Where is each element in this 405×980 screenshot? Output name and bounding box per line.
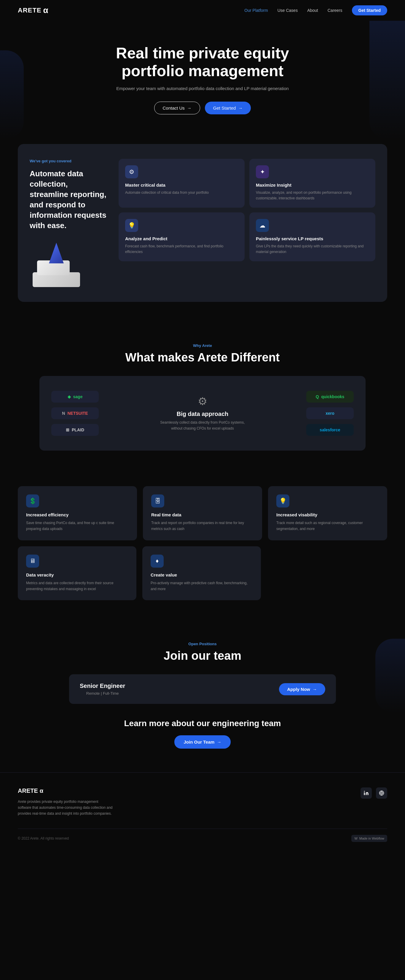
footer: ARETE α Arete provides private equity po… <box>0 772 405 851</box>
footer-logo: ARETE α <box>18 788 113 794</box>
hero-subtitle: Empower your team with automated portfol… <box>18 86 387 91</box>
features-heading: Automate data collection, streamline rep… <box>30 169 107 231</box>
nav-links: Our Platform Use Cases About Careers Get… <box>244 5 387 15</box>
logo: ARETE α <box>18 6 49 15</box>
footer-bottom: © 2022 Arete. All rights reserved W Made… <box>18 829 387 842</box>
feature-title-2: Analyze and Predict <box>125 236 238 241</box>
pyramid-illustration <box>30 240 83 287</box>
globe-icon[interactable] <box>376 788 387 799</box>
join-team-button[interactable]: Join Our Team → <box>174 735 231 749</box>
job-title: Senior Engineer <box>80 682 125 689</box>
quickbooks-icon: Q <box>316 394 319 399</box>
footer-logo-text: ARETE <box>18 788 38 794</box>
get-started-button[interactable]: Get Started → <box>205 102 251 115</box>
benefit-title-2: Increased visability <box>276 512 379 517</box>
feature-desc-3: Give LPs the data they need quickly with… <box>256 243 369 255</box>
integrations-card: ◆ sage N NETSUITE ⊞ PLAID ⚙ Big data app… <box>40 376 365 450</box>
navbar: ARETE α Our Platform Use Cases About Car… <box>0 0 405 21</box>
footer-logo-alpha: α <box>40 788 43 794</box>
feature-icon-insight: ✦ <box>256 165 269 178</box>
nav-use-cases[interactable]: Use Cases <box>277 8 298 13</box>
feature-analyze-predict: 💡 Analyze and Predict Forecast cash flow… <box>119 212 245 261</box>
features-grid: ⚙ Master critical data Automate collecti… <box>119 159 375 262</box>
big-data-desc: Seamlessly collect data directly from Po… <box>154 420 251 431</box>
copyright: © 2022 Arete. All rights reserved <box>18 836 69 840</box>
integrations-right: Q quickbooks xero salesforce <box>257 391 354 436</box>
feature-icon-lp: ☁ <box>256 219 269 232</box>
benefit-efficiency: 💲 Increased efficiency Save time chasing… <box>18 486 137 540</box>
plaid-logo: ⊞ PLAID <box>51 424 99 436</box>
pyramid-gem <box>49 243 64 263</box>
linkedin-icon[interactable] <box>360 788 372 799</box>
arrow-right-icon: → <box>217 740 221 745</box>
job-card: Senior Engineer Remote | Full-Time Apply… <box>69 674 336 704</box>
feature-icon-analyze: 💡 <box>125 219 138 232</box>
footer-description: Arete provides private equity portfolio … <box>18 799 113 816</box>
feature-desc-0: Automate collection of critical data fro… <box>125 190 238 196</box>
footer-socials <box>360 788 387 799</box>
feature-desc-2: Forecast cash flow, benchmark performanc… <box>125 243 238 255</box>
arrow-right-icon: → <box>187 105 191 110</box>
contact-us-button[interactable]: Contact Us → <box>154 102 200 115</box>
webflow-icon: W <box>354 837 357 840</box>
feature-title-3: Painlesssly service LP requests <box>256 236 369 241</box>
features-left: We've got you covered Automate data coll… <box>30 159 107 287</box>
feature-title-1: Maximize Insight <box>256 183 369 188</box>
benefit-title-3: Data veracity <box>26 572 128 578</box>
nav-careers[interactable]: Careers <box>328 8 343 13</box>
features-card: We've got you covered Automate data coll… <box>18 144 387 302</box>
benefit-icon-realtime: 🗄 <box>151 495 164 508</box>
nav-our-platform[interactable]: Our Platform <box>244 8 268 13</box>
benefit-title-0: Increased efficiency <box>26 512 129 517</box>
careers-heading: Join our team <box>18 649 387 662</box>
netsuite-logo: N NETSUITE <box>51 407 99 419</box>
benefit-desc-3: Metrics and data are collected directly … <box>26 581 128 592</box>
benefit-desc-2: Track more detail such as regional cover… <box>276 520 379 532</box>
deco-blue-right <box>370 21 405 139</box>
benefit-realtime: 🗄 Real time data Track and report on por… <box>143 486 262 540</box>
integrations-left: ◆ sage N NETSUITE ⊞ PLAID <box>51 391 148 436</box>
nav-about[interactable]: About <box>307 8 318 13</box>
features-section: We've got you covered Automate data coll… <box>0 132 405 326</box>
benefit-title-1: Real time data <box>151 512 254 517</box>
feature-icon-api: ⚙ <box>125 165 138 178</box>
integrations-center: ⚙ Big data approach Seamlessly collect d… <box>154 395 251 431</box>
footer-top: ARETE α Arete provides private equity po… <box>18 788 387 816</box>
hero-section: Real time private equity portfolio manag… <box>0 21 405 132</box>
benefits-section: 💲 Increased efficiency Save time chasing… <box>0 474 405 624</box>
benefit-create-value: ♦ Create value Pro-actively manage with … <box>142 546 261 600</box>
benefit-desc-0: Save time chasing PortCo data, and free … <box>26 520 129 532</box>
arrow-right-icon: → <box>313 687 317 692</box>
engineering-cta: Learn more about our engineering team Jo… <box>18 719 387 749</box>
footer-brand: ARETE α Arete provides private equity po… <box>18 788 113 816</box>
why-heading: What makes Arete Different <box>18 351 387 364</box>
deco-blue-left <box>0 50 24 139</box>
nav-get-started-button[interactable]: Get Started <box>352 5 387 15</box>
why-tag: Why Arete <box>18 344 387 348</box>
benefit-title-4: Create value <box>151 572 253 578</box>
netsuite-icon: N <box>62 411 65 416</box>
feature-title-0: Master critical data <box>125 183 238 188</box>
arrow-right-icon: → <box>238 105 242 110</box>
benefits-top-row: 💲 Increased efficiency Save time chasing… <box>18 486 387 540</box>
hero-title: Real time private equity portfolio manag… <box>111 45 294 80</box>
features-tag: We've got you covered <box>30 159 107 163</box>
why-section: Why Arete What makes Arete Different ◆ s… <box>0 326 405 474</box>
logo-alpha: α <box>43 6 49 15</box>
plaid-icon: ⊞ <box>66 428 69 432</box>
benefit-visibility: 💡 Increased visability Track more detail… <box>268 486 387 540</box>
careers-section: Open Positions Join our team Senior Engi… <box>0 624 405 772</box>
svg-point-0 <box>364 791 365 792</box>
apply-now-button[interactable]: Apply Now → <box>279 683 325 695</box>
benefit-icon-efficiency: 💲 <box>26 495 39 508</box>
webflow-badge: W Made in Webflow <box>351 835 387 842</box>
benefits-bottom-row: 🖥 Data veracity Metrics and data are col… <box>18 546 261 600</box>
sage-icon: ◆ <box>68 394 71 399</box>
big-data-title: Big data approach <box>154 410 251 417</box>
benefit-icon-visibility: 💡 <box>276 495 289 508</box>
logo-text: ARETE <box>18 6 41 14</box>
benefit-desc-1: Track and report on portfolio companies … <box>151 520 254 532</box>
feature-desc-1: Visualize, analyze, and report on portfo… <box>256 190 369 201</box>
feature-master-data: ⚙ Master critical data Automate collecti… <box>119 159 245 208</box>
engineering-heading: Learn more about our engineering team <box>18 719 387 728</box>
